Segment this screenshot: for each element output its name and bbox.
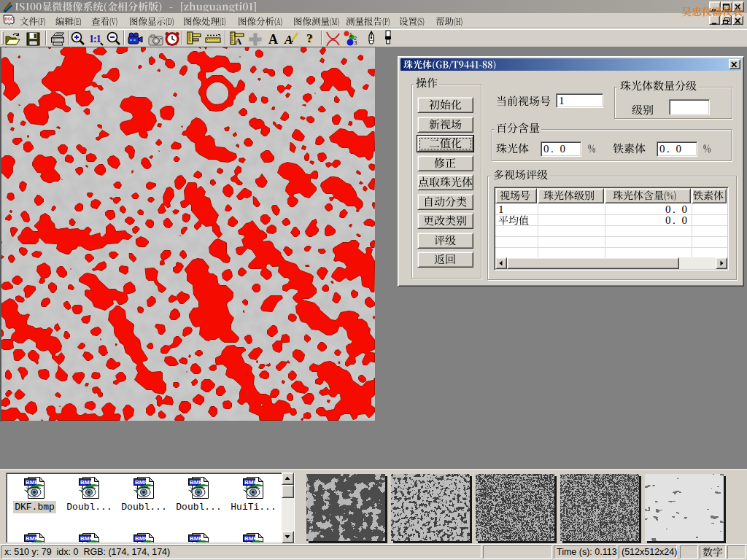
svg-text:A: A: [284, 33, 293, 47]
svg-text:?: ?: [306, 31, 313, 45]
svg-text:3: 3: [355, 40, 357, 45]
svg-text:DOC: DOC: [5, 17, 14, 21]
svg-text:A: A: [268, 32, 278, 47]
svg-text:1:1: 1:1: [89, 34, 101, 44]
svg-text:A: A: [235, 36, 242, 47]
svg-text:1: 1: [349, 32, 352, 37]
